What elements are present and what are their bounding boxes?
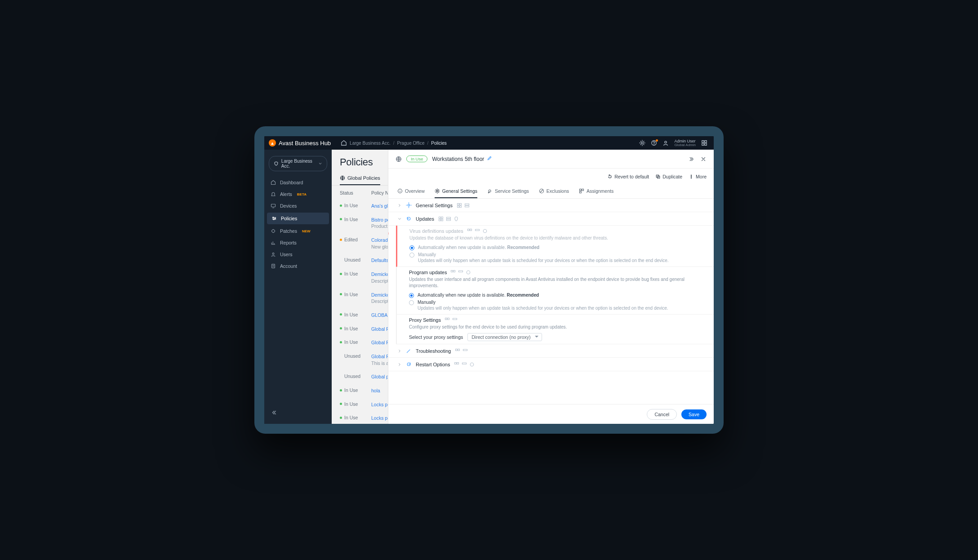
assignments-icon [579,188,584,194]
collapse-panel-icon[interactable] [688,156,694,162]
svg-rect-47 [451,271,453,272]
platform-icons [457,203,470,208]
sidebar-item-patches[interactable]: Patches NEW [264,225,332,237]
windows-icon [438,216,444,222]
home-icon[interactable] [341,140,347,146]
breadcrumb-current: Policies [431,141,446,146]
topbar: ▲ Avast Business Hub Large Business Acc.… [264,136,714,150]
grid-icon[interactable] [701,140,707,146]
svg-rect-26 [582,189,584,191]
logo: ▲ Avast Business Hub [269,139,331,147]
section-troubleshooting[interactable]: Troubleshooting [388,344,714,358]
save-button[interactable]: Save [681,409,707,419]
mac-icon [466,270,471,275]
radio-auto[interactable]: Automatically when new update is availab… [409,292,705,299]
panel-footer: Cancel Save [388,404,714,424]
server-icon [446,216,451,222]
sidebar-item-alerts[interactable]: Alerts BETA [264,188,332,200]
svg-rect-7 [271,204,276,207]
block-desc: Updates the user interface and all progr… [409,276,705,289]
section-general-settings[interactable]: General Settings [388,199,714,212]
section-restart[interactable]: Restart Options [388,358,714,371]
svg-rect-48 [453,271,455,272]
ptab-general[interactable]: General Settings [435,185,477,198]
sidebar-item-devices[interactable]: Devices [264,200,332,212]
svg-rect-11 [271,229,275,233]
avatar-icon[interactable] [662,140,669,146]
globe-icon [396,156,402,162]
svg-rect-34 [465,205,469,207]
ptab-service[interactable]: Service Settings [487,185,529,198]
refresh-icon [406,216,412,222]
radio-auto[interactable]: Automatically when new update is availab… [409,244,705,251]
info-icon [397,188,403,194]
lock-open-icon[interactable] [388,319,389,325]
copy-icon [655,174,661,179]
svg-point-20 [691,176,692,177]
block-title: Program updates [409,270,447,275]
proxy-block: Proxy Settings Configure proxy settings … [396,315,714,344]
radio-manual[interactable]: Manually Updates will only happen when a… [409,299,705,311]
svg-rect-5 [702,143,704,145]
more-button[interactable]: More [689,174,707,179]
sidebar-item-dashboard[interactable]: Dashboard [264,177,332,188]
svg-point-2 [665,141,667,143]
tab-global-policies[interactable]: Global Policies [340,172,380,185]
mac-icon [469,362,475,367]
ptab-exclusions[interactable]: Exclusions [539,185,569,198]
sidebar-item-users[interactable]: Users [264,249,332,260]
gear-icon [435,188,440,194]
lock-icon[interactable] [388,230,390,236]
svg-rect-49 [459,271,463,272]
sidebar-item-reports[interactable]: Reports [264,237,332,249]
breadcrumb-item[interactable]: Prague Office [397,141,425,146]
breadcrumb-item[interactable]: Large Business Acc. [350,141,391,146]
column-status[interactable]: Status [340,190,362,196]
collapse-sidebar[interactable] [264,406,332,420]
platform-icons [438,216,459,222]
svg-rect-54 [453,318,457,320]
svg-rect-56 [458,349,460,351]
svg-rect-3 [702,141,704,142]
svg-rect-58 [455,362,457,364]
file-icon [271,263,276,269]
program-updates-block: Program updates Updates the user interfa… [396,267,714,315]
edit-icon[interactable] [487,156,492,162]
monitor-icon [271,203,276,209]
svg-point-21 [691,178,692,178]
ptab-assignments[interactable]: Assignments [579,185,613,198]
windows-icon [454,362,459,367]
section-updates[interactable]: Updates [388,212,714,226]
svg-rect-27 [580,191,582,193]
cancel-button[interactable]: Cancel [647,409,677,420]
logo-text: Avast Business Hub [279,140,331,147]
proxy-select[interactable]: Direct connection (no proxy) [467,333,542,341]
sidebar-item-policies[interactable]: Policies [267,213,329,224]
org-switcher[interactable]: Large Business Acc. [269,156,327,171]
help-icon[interactable] [651,140,657,146]
svg-rect-42 [467,229,469,231]
platform-icons [450,270,471,275]
new-tag: NEW [302,229,311,233]
revert-button[interactable]: Revert to default [607,174,649,179]
lock-open-icon[interactable] [388,271,389,278]
duplicate-button[interactable]: Duplicate [655,174,682,179]
sidebar-item-account[interactable]: Account [264,260,332,272]
svg-rect-38 [441,219,443,221]
svg-rect-59 [457,362,459,364]
panel-tabs: Overview General Settings Service Settin… [388,185,714,199]
radio-manual[interactable]: Manually Updates will only happen when a… [409,251,705,264]
svg-point-12 [272,253,274,255]
ptab-overview[interactable]: Overview [397,185,425,198]
settings-icon[interactable] [639,140,645,146]
user-info[interactable]: Admin User Global Admin [674,139,696,147]
block-title: Proxy Settings [409,317,441,323]
svg-rect-13 [272,264,275,268]
server-icon [452,317,458,323]
chevron-right-icon [397,203,402,208]
shield-icon [274,161,279,166]
wrench-icon [487,188,493,194]
close-icon[interactable] [700,156,707,162]
virus-definitions-block: Virus definitions updates Updates the da… [396,226,714,267]
chart-icon [271,240,276,245]
